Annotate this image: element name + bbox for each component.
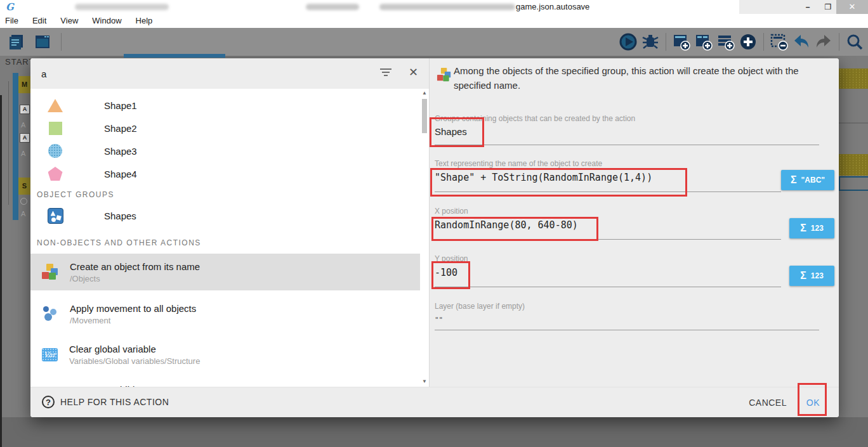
add-comment-icon[interactable] (716, 32, 735, 51)
variable-icon: Var (42, 348, 58, 361)
action-editor-dialog: ✕ Shape1 Shape2 Shape3 Shape4 OBJECT GRO… (30, 58, 839, 417)
blurred-path-segment (306, 4, 359, 10)
action-description: Among the objects of the specified group… (454, 63, 831, 93)
list-item-action-apply-movement[interactable]: Apply movement to all objects /Movement (30, 295, 420, 332)
delete-event-icon[interactable] (770, 32, 789, 51)
events-sheet-right-sliver (839, 56, 868, 447)
search-icon[interactable] (845, 32, 864, 51)
list-item-action-remove-child[interactable]: Var Remove a child Variables/Global vari… (30, 377, 420, 387)
events-sheet-left-sliver: M A A A A S A (0, 56, 30, 447)
menu-bar: File Edit View Window Help (0, 14, 868, 28)
action-chooser-panel: ✕ Shape1 Shape2 Shape3 Shape4 OBJECT GRO… (30, 58, 429, 387)
blurred-path-segment (379, 4, 515, 10)
field-value-y-position[interactable]: -100 (435, 267, 457, 278)
add-subevent-icon[interactable] (694, 32, 713, 51)
menu-help[interactable]: Help (129, 14, 160, 28)
field-value-group[interactable]: Shapes (435, 126, 467, 137)
field-label-layer: Layer (base layer if empty) (435, 302, 525, 311)
undo-icon[interactable] (792, 32, 811, 51)
menu-file[interactable]: File (0, 14, 25, 28)
action-icon-chip: A (20, 105, 30, 114)
expression-editor-button-abc[interactable]: Σ "ABC" (781, 170, 834, 190)
dialog-footer: ? HELP FOR THIS ACTION CANCEL OK (30, 387, 839, 417)
list-item-group[interactable]: Shapes (30, 203, 429, 228)
list-scrollbar[interactable]: ▲ ▼ (421, 90, 428, 385)
window-title-filename: game.json.autosave (516, 2, 589, 11)
project-manager-icon[interactable] (8, 32, 27, 51)
list-item-object[interactable]: Shape2 (30, 117, 429, 139)
title-bar: G game.json.autosave – ❐ ✕ (0, 0, 868, 14)
list-item-object[interactable]: Shape4 (30, 162, 429, 185)
event-selection-bar (13, 73, 18, 220)
minimize-button[interactable]: – (798, 0, 817, 14)
action-parameters-panel: Among the objects of the specified group… (429, 58, 839, 387)
window-bottom-area (0, 417, 868, 447)
scroll-down-icon[interactable]: ▼ (421, 379, 428, 384)
timer-icon (20, 198, 27, 205)
search-input[interactable] (41, 66, 320, 81)
movement-icon (42, 306, 58, 322)
list-item-object[interactable]: Shape3 (30, 139, 429, 162)
scroll-up-icon[interactable]: ▲ (421, 90, 428, 96)
section-header-object-groups: OBJECT GROUPS (37, 190, 429, 200)
scrollbar-thumb[interactable] (422, 99, 427, 133)
event-header-row: M (18, 76, 30, 93)
close-window-button[interactable]: ✕ (836, 0, 868, 14)
debug-icon[interactable] (641, 32, 660, 51)
filter-icon[interactable] (379, 68, 393, 79)
list-item-action-clear-variable[interactable]: Var Clear global variable Variables/Glob… (30, 336, 420, 373)
action-icon-chip: A (20, 133, 30, 143)
pentagon-object-icon (48, 167, 63, 181)
menu-edit[interactable]: Edit (25, 14, 53, 28)
list-item-object[interactable]: Shape1 (30, 94, 429, 117)
main-toolbar (0, 28, 868, 56)
field-label-group: Groups containing objects that can be cr… (435, 114, 635, 123)
help-question-icon: ? (42, 396, 55, 408)
close-icon[interactable]: ✕ (409, 65, 418, 79)
field-label-object-name: Text representing the name of the object… (435, 159, 602, 168)
restore-button[interactable]: ❐ (819, 0, 838, 14)
section-header-other-actions: NON-OBJECTS AND OTHER ACTIONS (37, 238, 429, 249)
expression-editor-button-y[interactable]: Σ 123 (789, 266, 834, 286)
scene-tab-strip (124, 54, 225, 58)
square-object-icon (49, 122, 62, 135)
field-label-x-position: X position (435, 207, 468, 216)
gdevelop-logo-icon: G (6, 1, 14, 13)
field-value-object-name[interactable]: "Shape" + ToString(RandomInRange(1,4)) (435, 172, 652, 183)
help-button[interactable]: ? HELP FOR THIS ACTION (42, 396, 169, 408)
field-value-layer[interactable]: "" (435, 316, 443, 324)
object-group-icon (48, 208, 63, 224)
expression-editor-button-x[interactable]: Σ 123 (789, 218, 834, 238)
create-object-icon (42, 264, 58, 280)
scene-window-icon[interactable] (33, 32, 52, 51)
list-item-action-create-object[interactable]: Create an object from its name /Objects (30, 254, 420, 290)
menu-view[interactable]: View (53, 14, 85, 28)
field-value-x-position[interactable]: RandomInRange(80, 640-80) (435, 219, 578, 231)
blurred-tab-title (75, 4, 169, 10)
redo-icon[interactable] (814, 32, 833, 51)
add-event-icon[interactable] (672, 32, 691, 51)
circle-object-icon (48, 144, 62, 158)
play-preview-icon[interactable] (619, 32, 638, 51)
results-list: Shape1 Shape2 Shape3 Shape4 OBJECT GROUP… (30, 89, 429, 387)
add-circle-icon[interactable] (739, 32, 758, 51)
triangle-object-icon (48, 99, 63, 112)
create-object-icon (437, 68, 451, 82)
event-header-row: S (18, 178, 30, 195)
cancel-button[interactable]: CANCEL (749, 398, 787, 408)
ok-button[interactable]: OK (806, 398, 820, 408)
menu-window[interactable]: Window (85, 14, 128, 28)
field-label-y-position: Y position (435, 254, 468, 263)
search-bar: ✕ (30, 58, 429, 89)
